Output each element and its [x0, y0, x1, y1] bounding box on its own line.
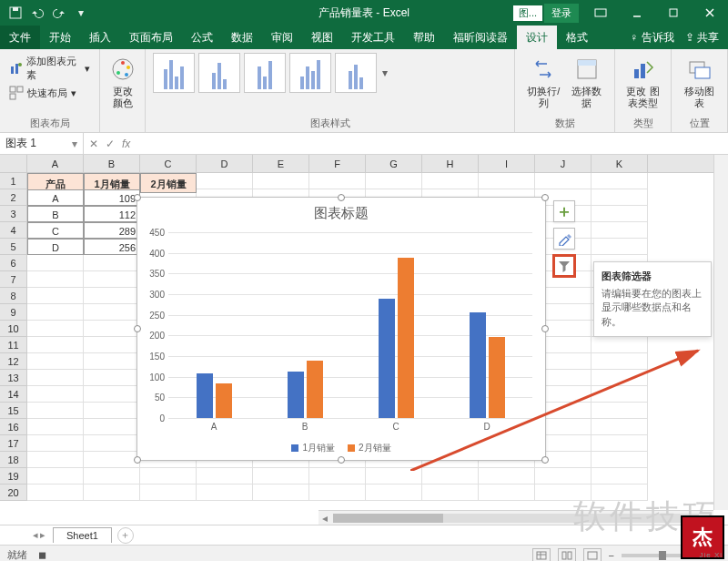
cell[interactable] [479, 484, 535, 501]
change-colors-button[interactable]: 更改 颜色 [107, 53, 137, 111]
cell[interactable] [27, 468, 84, 484]
login-button[interactable]: 登录 [544, 4, 579, 23]
cell[interactable] [366, 173, 422, 189]
bar[interactable] [379, 299, 395, 418]
cell[interactable] [27, 370, 84, 386]
row-header[interactable]: 16 [0, 419, 27, 435]
cell[interactable] [27, 255, 84, 271]
name-box[interactable]: 图表 1▾ [0, 133, 84, 154]
cell[interactable] [84, 435, 140, 452]
cancel-icon[interactable]: ✕ [89, 138, 98, 150]
sheet-nav-prev-icon[interactable]: ◂ [33, 529, 38, 541]
cell[interactable] [27, 419, 84, 435]
cell[interactable] [84, 452, 140, 468]
table-cell[interactable]: 112 [84, 206, 140, 222]
close-icon[interactable] [692, 0, 728, 26]
cell[interactable] [592, 468, 648, 484]
bar[interactable] [489, 337, 505, 418]
row-header[interactable]: 18 [0, 452, 27, 468]
tab-开始[interactable]: 开始 [40, 26, 80, 49]
cell[interactable] [366, 468, 422, 484]
cell[interactable] [27, 353, 84, 370]
worksheet-grid[interactable]: ABCDEFGHIJK 1234567891011121314151617181… [0, 155, 728, 525]
cell[interactable] [197, 484, 253, 501]
table-cell[interactable]: 289 [84, 222, 140, 239]
quick-layout-button[interactable]: 快速布局 ▾ [7, 84, 92, 102]
cell[interactable] [84, 370, 140, 386]
col-header[interactable]: F [309, 155, 366, 172]
row-header[interactable]: 20 [0, 484, 27, 501]
normal-view-icon[interactable] [532, 548, 551, 562]
row-header[interactable]: 10 [0, 321, 27, 337]
page-break-view-icon[interactable] [583, 548, 602, 562]
move-chart-button[interactable]: 移动图表 [679, 53, 720, 111]
tab-页面布局[interactable]: 页面布局 [120, 26, 182, 49]
maximize-icon[interactable] [655, 0, 692, 26]
row-header[interactable]: 1 [0, 173, 27, 189]
chart-style-3[interactable] [244, 53, 286, 93]
chart-legend[interactable]: 1月销量2月销量 [137, 442, 545, 454]
cell[interactable] [84, 337, 140, 353]
row-header[interactable]: 2 [0, 189, 27, 206]
switch-row-column-button[interactable]: 切换行/列 [522, 53, 565, 111]
style-gallery-more-icon[interactable]: ▾ [380, 66, 389, 79]
bar[interactable] [216, 383, 232, 418]
chart-style-4[interactable] [289, 53, 331, 93]
tab-开发工具[interactable]: 开发工具 [342, 26, 404, 49]
bar[interactable] [470, 312, 486, 418]
cell[interactable] [422, 484, 479, 501]
row-header[interactable]: 15 [0, 403, 27, 419]
col-header[interactable]: A [27, 155, 84, 172]
tab-设计[interactable]: 设计 [517, 26, 557, 49]
cell[interactable] [84, 419, 140, 435]
chart-filter-button[interactable] [553, 255, 575, 277]
cell[interactable] [422, 468, 479, 484]
bar[interactable] [398, 258, 414, 418]
row-header[interactable]: 9 [0, 304, 27, 321]
col-header[interactable]: J [535, 155, 592, 172]
cell[interactable] [592, 386, 648, 403]
cell[interactable] [592, 337, 648, 353]
formula-bar-input[interactable] [137, 138, 723, 150]
cell[interactable] [27, 484, 84, 501]
embedded-chart[interactable]: 图表标题 050100150200250300350400450ABCD 1月销… [136, 197, 546, 461]
cell[interactable] [253, 468, 309, 484]
tab-审阅[interactable]: 审阅 [262, 26, 302, 49]
tab-数据[interactable]: 数据 [222, 26, 262, 49]
col-header[interactable]: I [479, 155, 535, 172]
cell[interactable] [84, 255, 140, 271]
cell[interactable] [592, 403, 648, 419]
select-data-button[interactable]: 选择数据 [567, 53, 607, 111]
col-header[interactable]: B [84, 155, 140, 172]
col-header[interactable]: H [422, 155, 479, 172]
chart-styles-button[interactable] [553, 228, 575, 250]
zoom-out-icon[interactable]: − [609, 550, 614, 561]
cell[interactable] [27, 435, 84, 452]
cell[interactable] [309, 468, 366, 484]
cell[interactable] [592, 206, 648, 222]
sheet-tab-active[interactable]: Sheet1 [53, 527, 112, 543]
cell[interactable] [422, 173, 479, 189]
row-header[interactable]: 12 [0, 353, 27, 370]
redo-icon[interactable] [51, 5, 67, 21]
cell[interactable] [84, 386, 140, 403]
cell[interactable] [84, 403, 140, 419]
cell[interactable] [197, 173, 253, 189]
col-header[interactable]: D [197, 155, 253, 172]
cell[interactable] [592, 484, 648, 501]
minimize-icon[interactable] [619, 0, 655, 26]
ribbon-options-icon[interactable] [582, 0, 619, 26]
cell[interactable] [253, 173, 309, 189]
cell[interactable] [27, 386, 84, 403]
tab-格式[interactable]: 格式 [557, 26, 597, 49]
cell[interactable] [84, 304, 140, 321]
cell[interactable] [592, 173, 648, 189]
cell[interactable] [84, 353, 140, 370]
cell[interactable] [592, 452, 648, 468]
cell[interactable] [535, 173, 592, 189]
cell[interactable] [27, 452, 84, 468]
row-header[interactable]: 3 [0, 206, 27, 222]
row-header[interactable]: 4 [0, 222, 27, 239]
tab-file[interactable]: 文件 [0, 26, 40, 49]
page-layout-view-icon[interactable] [558, 548, 576, 562]
